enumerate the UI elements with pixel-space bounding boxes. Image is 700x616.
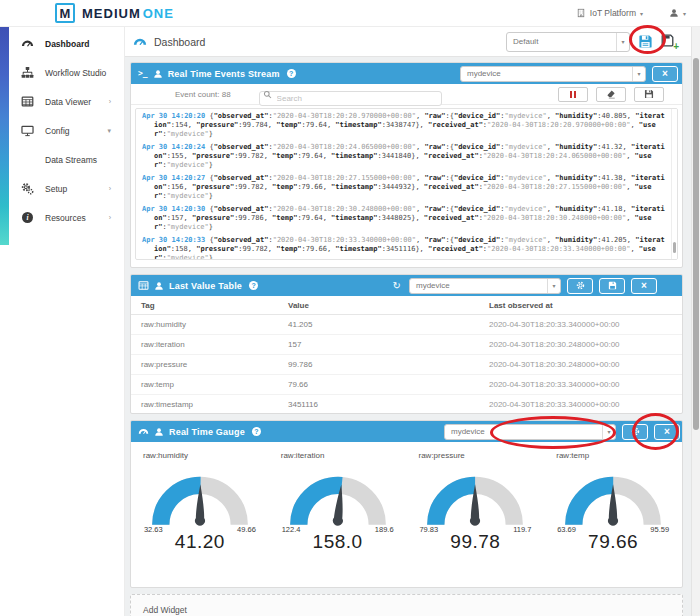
gauge-value: 99.78 (407, 531, 545, 553)
gauge: raw:pressure 79.83 119.7 99.78 (407, 442, 545, 588)
sidebar-item-data-viewer[interactable]: Data Viewer › (0, 87, 124, 116)
gauge-label: raw:iteration (269, 451, 407, 460)
table-settings-button[interactable] (567, 278, 593, 294)
events-device-select[interactable]: mydevice ▾ (460, 66, 646, 82)
sidebar-item-dashboard[interactable]: Dashboard (0, 29, 124, 58)
user-menu[interactable]: ▾ (669, 8, 686, 18)
clear-button[interactable] (596, 87, 626, 102)
last-value-table-header[interactable]: Last Value Table ? ↻ mydevice ▾ (131, 275, 682, 296)
pause-icon (570, 91, 572, 98)
table-device-select[interactable]: mydevice ▾ (409, 278, 561, 294)
add-widget-button[interactable]: Add Widget (130, 594, 683, 616)
real-time-gauge-panel: Real Time Gauge ? mydevice ▾ × (130, 420, 683, 588)
gauge-arc (142, 467, 258, 527)
close-icon: × (641, 281, 647, 291)
table-row: raw:humidity41.2052020-04-30T18:20:33.34… (131, 315, 682, 335)
table-close-button[interactable]: × (631, 278, 657, 294)
platform-menu[interactable]: IoT Platform ▾ (576, 8, 643, 18)
sitemap-icon (21, 66, 34, 79)
gauge-min: 63.69 (557, 525, 576, 534)
terminal-icon: >_ (138, 69, 148, 78)
pause-button[interactable] (558, 87, 588, 102)
help-icon[interactable]: ? (287, 69, 296, 78)
panel-title: Last Value Table (169, 281, 242, 291)
page-scrollbar (691, 27, 700, 616)
refresh-icon[interactable]: ↻ (393, 280, 401, 291)
medium-one-dashboard-page: M MEDIUMONE IoT Platform ▾ (0, 0, 700, 616)
real-time-gauge-header[interactable]: Real Time Gauge ? mydevice ▾ × (131, 421, 682, 442)
events-close-button[interactable]: × (652, 66, 678, 82)
table-save-button[interactable] (599, 278, 625, 294)
events-scrollbar (671, 109, 677, 259)
gauge-max: 95.59 (650, 525, 669, 534)
event-entry: Apr 30 14:20:24 {"observed_at":"2020-04-… (142, 143, 665, 170)
event-entry: Apr 30 14:20:33 {"observed_at":"2020-04-… (142, 236, 665, 260)
eraser-icon (606, 89, 616, 99)
user-icon (154, 281, 164, 291)
gauge-arc (417, 467, 533, 527)
events-scrollbar-thumb[interactable] (673, 242, 676, 253)
event-entry: Apr 30 14:20:20 {"observed_at":"2020-04-… (142, 112, 665, 139)
help-icon[interactable]: ? (249, 281, 258, 290)
events-search (259, 87, 442, 102)
table-header-row: Tag Value Last observed at (131, 296, 682, 315)
events-stream-header[interactable]: >_ Real Time Events Stream ? mydevice ▾ … (131, 63, 682, 84)
plus-icon: + (673, 41, 679, 52)
sidebar-item-config[interactable]: Config ▾ (0, 116, 124, 145)
gauge-close-button[interactable]: × (654, 424, 680, 440)
caret-down-icon: ▾ (632, 67, 645, 81)
brand-logo[interactable]: M MEDIUMONE (55, 3, 174, 23)
gauge-min: 79.83 (419, 525, 438, 534)
table-icon (138, 280, 149, 291)
gauge-settings-button[interactable] (622, 424, 648, 440)
gauge-value: 41.20 (131, 531, 269, 553)
main-header: Dashboard Default ▾ + (125, 27, 700, 57)
gauge-device-select[interactable]: mydevice ▾ (444, 424, 616, 440)
gear-icon (631, 427, 640, 436)
sidebar-item-resources[interactable]: i Resources › (0, 203, 124, 232)
table-row: raw:temp79.662020-04-30T18:20:33.340000+… (131, 375, 682, 395)
dashboard-select[interactable]: Default ▾ (506, 32, 630, 52)
page-scrollbar-thumb[interactable] (693, 58, 699, 430)
info-icon: i (21, 211, 34, 224)
tachometer-icon (133, 35, 147, 49)
gauge-label: raw:humidity (131, 451, 269, 460)
gauge-min: 122.4 (282, 525, 301, 534)
chevron-right-icon: › (109, 98, 124, 105)
events-log[interactable]: Apr 30 14:20:20 {"observed_at":"2020-04-… (135, 108, 678, 260)
sidebar: Dashboard Workflow Studio Data Viewer › (0, 27, 125, 616)
panel-title: Real Time Gauge (169, 427, 245, 437)
close-icon: × (664, 427, 670, 437)
gauge-label: raw:temp (544, 451, 682, 460)
event-count: Event count: 88 (175, 90, 231, 99)
sidebar-item-data-streams[interactable]: Data Streams (0, 145, 124, 174)
add-dashboard-icon[interactable]: + (661, 34, 676, 49)
user-icon (154, 427, 164, 437)
page-title: Dashboard (154, 36, 205, 48)
last-value-table-panel: Last Value Table ? ↻ mydevice ▾ (130, 274, 683, 414)
help-icon[interactable]: ? (252, 427, 261, 436)
user-icon (153, 69, 163, 79)
gauge-value: 158.0 (269, 531, 407, 553)
chevron-right-icon: › (109, 214, 124, 221)
table-row: raw:timestamp34511162020-04-30T18:20:33.… (131, 395, 682, 414)
search-input[interactable] (259, 91, 442, 106)
gears-icon (21, 182, 34, 195)
save-dashboard-icon[interactable] (638, 34, 653, 49)
event-entry: Apr 30 14:20:27 {"observed_at":"2020-04-… (142, 174, 665, 201)
search-icon (263, 90, 272, 99)
table-row: raw:iteration1572020-04-30T18:20:30.2480… (131, 335, 682, 355)
floppy-icon (608, 281, 617, 290)
events-stream-panel: >_ Real Time Events Stream ? mydevice ▾ … (130, 62, 683, 268)
gauge-max: 49.66 (237, 525, 256, 534)
close-icon: × (662, 69, 668, 79)
sidebar-item-workflow-studio[interactable]: Workflow Studio (0, 58, 124, 87)
brand-logo-icon: M (55, 3, 75, 23)
gauge-value: 79.66 (544, 531, 682, 553)
export-button[interactable] (634, 87, 664, 102)
chevron-right-icon: › (109, 185, 124, 192)
sidebar-item-setup[interactable]: Setup › (0, 174, 124, 203)
gear-icon (576, 281, 585, 290)
gauge-min: 32.63 (144, 525, 163, 534)
tachometer-icon (138, 426, 149, 437)
